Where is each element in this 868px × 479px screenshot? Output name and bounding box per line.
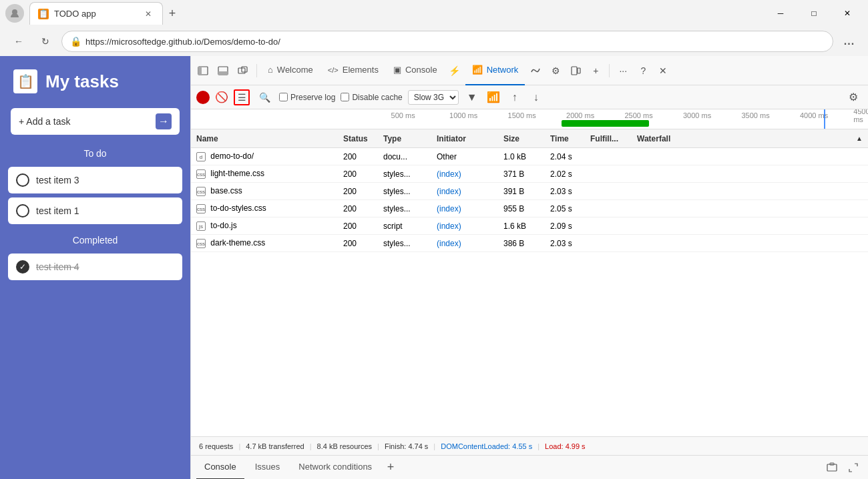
row-initiator-4[interactable]: (index) xyxy=(431,204,498,213)
timeline-label-3500: 3500 ms xyxy=(741,111,769,119)
filter-button[interactable]: ☰ xyxy=(234,89,250,105)
minimize-button[interactable]: ─ xyxy=(765,3,796,24)
col-waterfall-header[interactable]: Waterfall ▲ xyxy=(632,134,868,143)
tab-elements[interactable]: </> Elements xyxy=(321,56,385,85)
devtools-more-button[interactable]: ··· xyxy=(614,61,632,80)
row-status-2: 200 xyxy=(338,169,378,179)
task-checkbox-1[interactable] xyxy=(16,173,29,187)
svg-rect-2 xyxy=(198,67,202,75)
elements-icon: </> xyxy=(328,66,339,74)
bottom-tabs: Console Issues Network conditions + xyxy=(191,455,868,479)
table-row[interactable]: js to-do.js 200 script (index) 1.6 kB 2.… xyxy=(191,217,868,235)
tab-network[interactable]: 📶 Network xyxy=(465,56,525,85)
task-item-2[interactable]: test item 1 xyxy=(8,197,182,224)
download-icon[interactable]: ↓ xyxy=(528,89,544,105)
bottom-screenshot-icon[interactable] xyxy=(823,458,841,477)
timeline-label-1000: 1000 ms xyxy=(449,111,477,119)
doc-icon-1: d xyxy=(196,152,206,161)
col-time-header[interactable]: Time xyxy=(545,134,585,143)
sources-icon-btn[interactable]: ⚡ xyxy=(445,61,464,80)
device-toolbar-button[interactable] xyxy=(566,61,585,80)
resources-size: 8.4 kB resources xyxy=(317,442,373,450)
disable-cache-checkbox[interactable]: Disable cache xyxy=(341,93,402,102)
col-name-header[interactable]: Name xyxy=(191,134,338,143)
col-status-header[interactable]: Status xyxy=(338,134,378,143)
browser-more-button[interactable]: ... xyxy=(839,31,860,52)
row-name-1: d demo-to-do/ xyxy=(191,151,338,162)
completed-task-item[interactable]: test item 4 xyxy=(8,254,182,280)
undock-button[interactable] xyxy=(234,61,252,80)
bottom-expand-icon[interactable] xyxy=(844,458,863,477)
todo-header: 📋 My tasks xyxy=(0,56,190,100)
close-devtools-button[interactable]: ✕ xyxy=(654,61,672,80)
dock-bottom-button[interactable] xyxy=(214,61,232,80)
preserve-log-input[interactable] xyxy=(279,93,288,101)
record-button[interactable] xyxy=(196,91,210,104)
col-type-header[interactable]: Type xyxy=(378,134,431,143)
clear-button[interactable]: 🚫 xyxy=(215,91,228,104)
bottom-tab-network-conditions[interactable]: Network conditions xyxy=(290,456,380,480)
svg-rect-7 xyxy=(572,67,577,75)
dom-loaded-time: DOMContentLoaded: 4.55 s xyxy=(441,442,532,450)
bottom-tab-console[interactable]: Console xyxy=(196,456,244,480)
task-text-1: test item 3 xyxy=(36,175,79,185)
add-bottom-tab-button[interactable]: + xyxy=(383,460,399,476)
task-checkbox-2[interactable] xyxy=(16,204,29,217)
bottom-tab-issues[interactable]: Issues xyxy=(247,456,288,480)
row-type-3: styles... xyxy=(378,187,431,196)
toolbar-divider xyxy=(256,64,257,77)
task-text-2: test item 1 xyxy=(36,205,79,216)
maximize-button[interactable]: □ xyxy=(799,3,829,24)
waterfall-sort-arrow: ▲ xyxy=(856,135,863,142)
upload-icon[interactable]: ↑ xyxy=(507,89,523,105)
tab-favicon: 📋 xyxy=(38,9,49,19)
row-initiator-6[interactable]: (index) xyxy=(431,239,498,248)
row-initiator-5[interactable]: (index) xyxy=(431,221,498,231)
active-tab[interactable]: 📋 TODO app ✕ xyxy=(29,2,163,25)
completed-section-title: Completed xyxy=(0,229,190,250)
todo-app: 📋 My tasks + Add a task → To do test ite… xyxy=(0,56,190,479)
task-checkbox-completed[interactable] xyxy=(16,260,29,274)
requests-count: 6 requests xyxy=(199,442,233,450)
search-button[interactable]: 🔍 xyxy=(255,88,274,107)
css-icon-3: css xyxy=(196,187,206,196)
row-type-5: script xyxy=(378,221,431,231)
table-row[interactable]: css to-do-styles.css 200 styles... (inde… xyxy=(191,200,868,217)
row-time-6: 2.03 s xyxy=(545,239,585,248)
row-type-4: styles... xyxy=(378,204,431,213)
disable-cache-input[interactable] xyxy=(341,93,349,101)
network-settings-icon[interactable]: 📶 xyxy=(485,89,501,105)
help-button[interactable]: ? xyxy=(634,61,652,80)
performance-icon-btn[interactable] xyxy=(526,61,545,80)
table-row[interactable]: css base.css 200 styles... (index) 391 B… xyxy=(191,183,868,200)
refresh-button[interactable]: ↻ xyxy=(35,31,56,52)
add-devtools-tab[interactable]: + xyxy=(586,61,605,80)
disable-cache-label: Disable cache xyxy=(352,93,402,102)
preserve-log-checkbox[interactable]: Preserve log xyxy=(279,93,335,102)
col-initiator-header[interactable]: Initiator xyxy=(431,134,498,143)
tab-console[interactable]: ▣ Console xyxy=(387,56,444,85)
dock-left-button[interactable] xyxy=(194,61,212,80)
throttle-dropdown-button[interactable]: ▼ xyxy=(464,89,480,105)
throttle-select[interactable]: Slow 3G Fast 3G Online xyxy=(408,90,459,105)
table-row[interactable]: d demo-to-do/ 200 docu... Other 1.0 kB 2… xyxy=(191,148,868,165)
table-row[interactable]: css dark-theme.css 200 styles... (index)… xyxy=(191,235,868,252)
profile-icon[interactable] xyxy=(5,4,24,23)
task-item[interactable]: test item 3 xyxy=(8,167,182,193)
tab-close-button[interactable]: ✕ xyxy=(142,8,154,20)
network-gear-button[interactable]: ⚙ xyxy=(844,88,863,107)
finish-time: Finish: 4.74 s xyxy=(385,442,428,450)
row-initiator-3[interactable]: (index) xyxy=(431,187,498,196)
close-button[interactable]: ✕ xyxy=(832,3,863,24)
row-initiator-2[interactable]: (index) xyxy=(431,169,498,179)
table-row[interactable]: css light-theme.css 200 styles... (index… xyxy=(191,165,868,183)
new-tab-button[interactable]: + xyxy=(163,4,182,23)
back-button[interactable]: ← xyxy=(8,31,29,52)
col-size-header[interactable]: Size xyxy=(498,134,545,143)
address-input[interactable]: 🔒 https://microsoftedge.github.io/Demos/… xyxy=(61,31,833,52)
tab-welcome[interactable]: ⌂ Welcome xyxy=(261,56,320,85)
settings-button[interactable]: ⚙ xyxy=(546,61,565,80)
add-task-bar[interactable]: + Add a task → xyxy=(11,108,180,135)
timeline-green-bar xyxy=(562,120,649,127)
col-fulfill-header[interactable]: Fulfill... xyxy=(585,134,632,143)
